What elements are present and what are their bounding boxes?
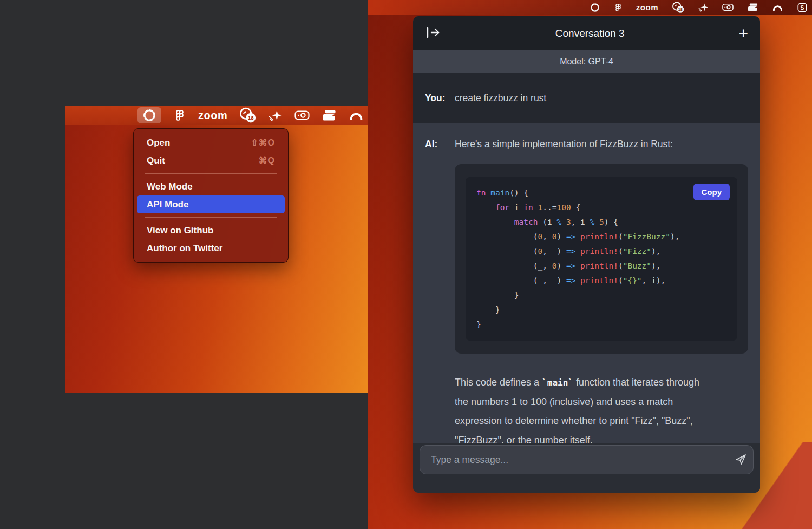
model-label: Model: GPT-4 <box>560 57 613 67</box>
window-header: Conversation 3 + <box>413 16 760 50</box>
scanner-icon[interactable] <box>747 2 758 12</box>
ai-message-row: AI: Here's a simple implementation of Fi… <box>413 123 760 493</box>
code-block-inner: Copy fn main() { for i in 1..=100 { matc… <box>466 177 737 341</box>
menu-item-api-mode-selected[interactable]: API Mode <box>137 195 285 213</box>
left-dark-panel: zoom 18 <box>0 0 368 529</box>
message-input[interactable] <box>420 454 728 466</box>
menubar: zoom 18 <box>368 0 812 15</box>
scanner-icon[interactable] <box>322 108 337 122</box>
new-conversation-button[interactable]: + <box>738 25 748 42</box>
copy-button[interactable]: Copy <box>693 184 730 200</box>
menubar-dropdown-menu: Open ⇧⌘O Quit ⌘Q Web Mode API Mode View … <box>133 128 289 263</box>
svg-text:S: S <box>801 4 804 10</box>
model-bar: Model: GPT-4 <box>413 50 760 73</box>
badge-18-icon[interactable]: 18 <box>239 107 257 123</box>
menu-separator <box>145 173 277 174</box>
svg-text:18: 18 <box>248 115 254 121</box>
sidebar-expand-icon <box>425 25 441 42</box>
user-message-text: create fizzbuzz in rust <box>455 93 546 104</box>
send-icon <box>734 453 747 467</box>
camera-icon[interactable] <box>722 2 734 12</box>
menu-item-author-on-twitter[interactable]: Author on Twitter <box>134 239 288 257</box>
chatgpt-icon[interactable] <box>590 2 600 13</box>
send-button[interactable] <box>728 446 753 474</box>
chatgpt-menubar-item-active[interactable] <box>137 107 161 123</box>
badge-18-icon[interactable]: 18 <box>671 2 685 14</box>
camera-icon[interactable] <box>294 108 310 122</box>
menu-item-shortcut: ⇧⌘O <box>251 138 275 148</box>
sparkle-icon[interactable] <box>698 2 709 12</box>
figma-icon[interactable] <box>613 3 623 12</box>
chat-window: Conversation 3 + Model: GPT-4 You: creat… <box>413 16 760 493</box>
menu-separator <box>145 217 277 218</box>
user-message-label: You: <box>425 93 455 104</box>
plus-icon: + <box>738 25 748 42</box>
menu-item-label: Open <box>147 138 170 148</box>
zoom-app-label[interactable]: zoom <box>636 3 658 12</box>
menu-item-label: API Mode <box>147 199 188 210</box>
embedded-screenshot: zoom 18 <box>65 106 368 393</box>
arch-icon[interactable] <box>771 2 784 12</box>
code-block: Copy fn main() { for i in 1..=100 { matc… <box>455 164 748 354</box>
desktop-wallpaper: zoom 18 <box>368 0 812 529</box>
menu-item-quit[interactable]: Quit ⌘Q <box>134 152 288 169</box>
menu-item-view-on-github[interactable]: View on Github <box>134 221 288 239</box>
svg-text:18: 18 <box>678 8 683 12</box>
chatgpt-icon <box>142 108 157 123</box>
explanation-text: This code defines a <box>455 377 542 388</box>
menu-item-label: View on Github <box>147 225 213 236</box>
ai-message-content: Here's a simple implementation of FizzBu… <box>455 139 748 493</box>
sidebar-toggle-button[interactable] <box>425 25 441 42</box>
ai-intro-text: Here's a simple implementation of FizzBu… <box>455 139 748 150</box>
s-app-icon[interactable]: S <box>797 2 808 13</box>
mini-menubar: zoom 18 <box>65 106 368 125</box>
menu-item-label: Quit <box>147 155 165 166</box>
conversation-title: Conversation 3 <box>555 28 625 40</box>
arch-icon[interactable] <box>348 108 364 122</box>
explanation-paragraph: This code defines a `main` function that… <box>455 373 716 450</box>
message-composer <box>420 445 754 474</box>
figma-icon[interactable] <box>173 108 187 122</box>
composer-footer <box>413 443 760 493</box>
user-message-row: You: create fizzbuzz in rust <box>413 73 760 123</box>
menu-item-web-mode[interactable]: Web Mode <box>134 178 288 195</box>
sparkle-icon[interactable] <box>269 108 283 122</box>
code-body: fn main() { for i in 1..=100 { match (i … <box>476 186 726 332</box>
zoom-app-label[interactable]: zoom <box>198 109 227 122</box>
menu-item-label: Author on Twitter <box>147 243 222 254</box>
menu-item-label: Web Mode <box>147 181 193 192</box>
ai-message-label: AI: <box>425 139 455 493</box>
inline-code-main: `main` <box>542 377 573 388</box>
menu-item-open[interactable]: Open ⇧⌘O <box>134 134 288 152</box>
menu-item-shortcut: ⌘Q <box>259 155 275 166</box>
